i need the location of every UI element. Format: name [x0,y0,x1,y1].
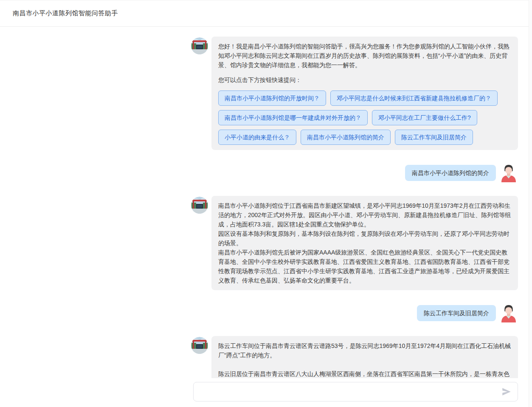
user-message-bubble: 南昌市小平小道陈列馆的简介 [405,165,496,181]
bot-message-reply-1: 南昌市小平小道陈列馆位于江西省南昌市新建区望城镇，是邓小平同志1969年10月至… [191,196,518,290]
composer-bar [0,378,532,407]
quick-question-button-deng-arrival[interactable]: 邓小平同志是什么时候来到江西省新建县拖拉机修造厂的？ [330,90,498,106]
send-button[interactable] [501,386,512,398]
bot-avatar-icon [191,337,208,354]
user-avatar-icon [499,164,518,182]
send-icon [501,386,512,397]
quick-question-button-trail-origin[interactable]: 小平小道的由来是什么？ [218,130,296,145]
bot-message-bubble: 南昌市小平小道陈列馆位于江西省南昌市新建区望城镇，是邓小平同志1969年10月至… [211,196,518,290]
bot-avatar-icon [191,197,208,214]
user-message-bubble: 陈云工作车间及旧居简介 [417,305,496,321]
bot-greeting-text: 您好！我是南昌小平小道陈列馆的智能问答助手，很高兴为您服务！作为您参观陈列馆的人… [218,42,511,70]
quick-ask-prompt: 您可以点击下方按钮快速提问： [218,75,511,85]
quick-question-button-museum-intro[interactable]: 南昌市小平小道陈列馆的简介 [301,130,391,145]
bot-message-reply-2: 陈云工作车间位于南昌市青云谱区青云谱路53号，是陈云同志1969年10月至197… [191,336,518,384]
quick-question-button-opening-hours[interactable]: 南昌市小平小道陈列馆的开放时间？ [218,90,326,106]
user-message-1: 南昌市小平小道陈列馆的简介 [191,164,518,182]
quick-question-button-deng-work[interactable]: 邓小平同志在工厂主要做什么工作? [372,110,477,125]
message-input[interactable] [194,382,518,401]
header: 南昌市小平小道陈列馆智能问答助手 [0,0,532,27]
bot-message-bubble: 您好！我是南昌小平小道陈列馆的智能问答助手，很高兴为您服务！作为您参观陈列馆的人… [211,37,518,150]
message-input-wrapper [193,382,518,401]
bot-reply-text: 陈云工作车间位于南昌市青云谱区青云谱路53号，是陈云同志1969年10月至197… [218,341,511,379]
quick-question-button-chenyun-intro[interactable]: 陈云工作车间及旧居简介 [395,130,473,145]
bot-avatar-icon [191,37,208,54]
bot-message-bubble: 陈云工作车间位于南昌市青云谱区青云谱路53号，是陈云同志1969年10月至197… [211,336,518,384]
scrollbar-track[interactable] [529,0,532,407]
app-window: 南昌市小平小道陈列馆智能问答助手 [0,0,532,407]
chat-area[interactable]: 您好！我是南昌小平小道陈列馆的智能问答助手，很高兴为您服务！作为您参观陈列馆的人… [0,27,532,407]
quick-question-button-year-built[interactable]: 南昌市小平小道陈列馆是哪一年建成并对外开放的？ [218,110,368,125]
page-title: 南昌市小平小道陈列馆智能问答助手 [13,9,118,17]
bot-reply-text: 南昌市小平小道陈列馆位于江西省南昌市新建区望城镇，是邓小平同志1969年10月至… [218,201,511,285]
user-avatar-icon [499,304,518,322]
user-message-2: 陈云工作车间及旧居简介 [191,304,518,322]
bot-message-welcome: 您好！我是南昌小平小道陈列馆的智能问答助手，很高兴为您服务！作为您参观陈列馆的人… [191,37,518,150]
quick-question-buttons: 南昌市小平小道陈列馆的开放时间？ 邓小平同志是什么时候来到江西省新建县拖拉机修造… [218,90,511,145]
